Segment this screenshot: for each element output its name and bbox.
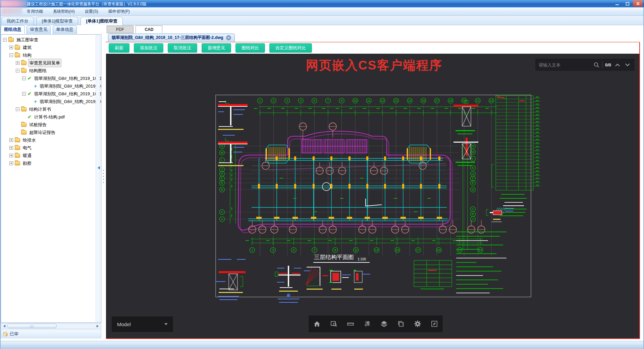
cad-toolbar-button[interactable]: 刷新 [109, 43, 129, 53]
settings-icon[interactable] [411, 317, 424, 331]
svg-text:8: 8 [341, 99, 342, 102]
search-icon[interactable] [593, 62, 599, 68]
scroll-thumb[interactable] [7, 324, 57, 328]
title-bar: 建设工程设计施工图一体化审查服务平台（审查专家版）V2.9.0.0版 [0, 0, 644, 7]
tree-item[interactable]: 超限论证报告 [1, 129, 101, 136]
svg-text:12: 12 [381, 99, 384, 102]
tree-item[interactable]: +暖通 [1, 152, 101, 159]
expander-plus-icon[interactable]: + [9, 46, 13, 49]
tab-pdf[interactable]: PDF [107, 26, 133, 33]
expander-plus-icon[interactable]: + [16, 61, 19, 65]
tab-review-opinion[interactable]: 审查意见 [26, 25, 51, 34]
cad-drawing[interactable]: 1234678101112131416171820212213579111315… [105, 54, 639, 338]
tab-unit-info[interactable]: 单体信息 [53, 25, 77, 34]
menu-item-settings[interactable]: 设置(S) [85, 9, 98, 14]
panel-splitter[interactable] [101, 25, 106, 341]
tree-item-label: 审查意见回复单 [28, 59, 61, 67]
expander-minus-icon[interactable]: − [16, 69, 19, 72]
tree-item[interactable]: +建筑 [1, 44, 101, 51]
search-prev-icon[interactable] [614, 63, 621, 66]
tree-item[interactable]: −✔翡翠湖别院_G8#_结构_2019_10_17-三层结构平面图 [1, 74, 101, 82]
svg-text:F: F [221, 177, 223, 180]
tree-item[interactable]: −结构图纸 [1, 67, 101, 74]
cad-toolbar-button[interactable]: 图纸对比 [235, 43, 265, 53]
home-icon[interactable] [310, 317, 324, 331]
expander-plus-icon[interactable]: + [9, 161, 13, 165]
svg-text:21: 21 [458, 248, 461, 252]
cad-toolbar-button[interactable]: 添加批注 [134, 43, 163, 53]
cad-toolbar-button[interactable]: 新增意见 [202, 43, 231, 53]
folder-icon [21, 131, 26, 135]
viewports-icon[interactable] [394, 317, 408, 331]
expander-minus-icon[interactable]: − [22, 92, 26, 96]
window-left-edge [0, 7, 1, 349]
menu-item-plugins[interactable]: 插件管理(P) [108, 9, 130, 14]
menu-item-common[interactable]: 常用功能 [27, 9, 43, 14]
tab-drawing-info[interactable]: 图纸信息 [1, 25, 25, 34]
tree-item[interactable]: +勘察 [1, 159, 101, 167]
tree-item[interactable]: +翡翠湖别院_G8#_结构_2019_10_17 [1, 82, 101, 90]
tree-item[interactable]: ✔计算书-结构.pdf [1, 113, 101, 121]
tab-cad[interactable]: CAD [136, 26, 162, 33]
tree-item[interactable]: +翡翠湖别院_G8#_结构_2019_10_17 [1, 98, 101, 105]
tree-item[interactable]: +电气 [1, 144, 101, 152]
splitter-grip-icon [103, 168, 104, 185]
expander-plus-icon[interactable]: + [9, 138, 13, 142]
layout-selector[interactable]: Model [112, 316, 173, 332]
expander-minus-icon[interactable]: − [16, 107, 19, 111]
svg-text:2: 2 [273, 99, 274, 102]
scroll-right-icon[interactable] [96, 323, 101, 329]
tree-item[interactable]: −结构计算书 [1, 105, 101, 113]
tree-item-label: 电气 [22, 144, 33, 152]
svg-text:3: 3 [286, 99, 288, 102]
note-pencil-icon [3, 332, 8, 336]
fullscreen-icon[interactable] [428, 317, 441, 331]
expander-plus-icon[interactable]: + [9, 146, 13, 150]
close-file-icon[interactable]: × [226, 35, 231, 40]
expander-plus-icon[interactable]: + [9, 154, 13, 157]
expander-minus-icon[interactable]: − [3, 38, 7, 42]
tab-drawing-review[interactable]: [单体1]图纸审查 [80, 17, 123, 25]
check-icon: ✔ [28, 74, 32, 82]
tree-item-label: 结构图纸 [28, 67, 48, 74]
zoom-window-icon[interactable] [327, 317, 340, 331]
cad-toolbar-button[interactable]: 取消批注 [168, 43, 197, 53]
cad-toolbar-button[interactable]: 自定义图纸对比 [269, 43, 312, 53]
search-next-icon[interactable] [624, 63, 631, 66]
tree-item[interactable]: 试桩报告 [1, 121, 101, 129]
ruler-icon[interactable] [344, 317, 357, 331]
tab-model-review[interactable]: [单体1]模型审查 [36, 17, 78, 25]
expander-minus-icon[interactable]: − [9, 53, 13, 57]
window-title: 建设工程设计施工图一体化审查服务平台（审查专家版）V2.9.0.0版 [27, 1, 147, 7]
tree-spacer [16, 123, 19, 127]
tree-item[interactable]: +审查意见回复单 [1, 59, 101, 67]
layers-icon[interactable] [377, 317, 391, 331]
tree-horizontal-scrollbar[interactable] [1, 323, 101, 329]
layout-selector-value: Model [117, 321, 131, 327]
maximize-button[interactable] [623, 0, 632, 7]
sidebar-tab-bar: 图纸信息 审查意见 单体信息 显示工具条 [1, 25, 101, 34]
tree-item[interactable]: −施工图审查 [1, 36, 101, 44]
svg-text:15: 15 [396, 248, 399, 252]
tree-scrollbar[interactable] [96, 35, 100, 322]
tree-item[interactable]: +给排水 [1, 136, 101, 144]
folder-icon [15, 146, 20, 150]
svg-text:M: M [472, 150, 474, 154]
tab-my-workbench[interactable]: 我的工作台 [1, 17, 34, 25]
svg-text:5: 5 [293, 248, 294, 252]
open-file-tab[interactable]: 翡翠湖别院_G8#_结构_2019_10_17-三层结构平面图-2.dwg × [108, 34, 235, 42]
expander-minus-icon[interactable]: − [22, 77, 26, 80]
panel-collapse-button[interactable] [96, 164, 100, 171]
minimize-button[interactable] [612, 0, 622, 7]
search-input[interactable] [539, 62, 591, 67]
tree-item[interactable]: −✔翡翠湖别院_G8#_结构_2019_10_17-三层结构平面图 [1, 90, 101, 98]
tree-item-label: 结构计算书 [28, 105, 52, 113]
close-button[interactable] [633, 0, 643, 7]
scroll-left-icon[interactable] [1, 323, 6, 329]
level-table [492, 96, 540, 190]
menu-item-help[interactable]: 系统帮助(H) [53, 9, 75, 14]
annotation-marker-icon[interactable] [361, 317, 374, 331]
search-counter: 0/0 [605, 62, 611, 67]
tree-item[interactable]: −结构 [1, 51, 101, 59]
svg-text:C: C [472, 207, 474, 211]
